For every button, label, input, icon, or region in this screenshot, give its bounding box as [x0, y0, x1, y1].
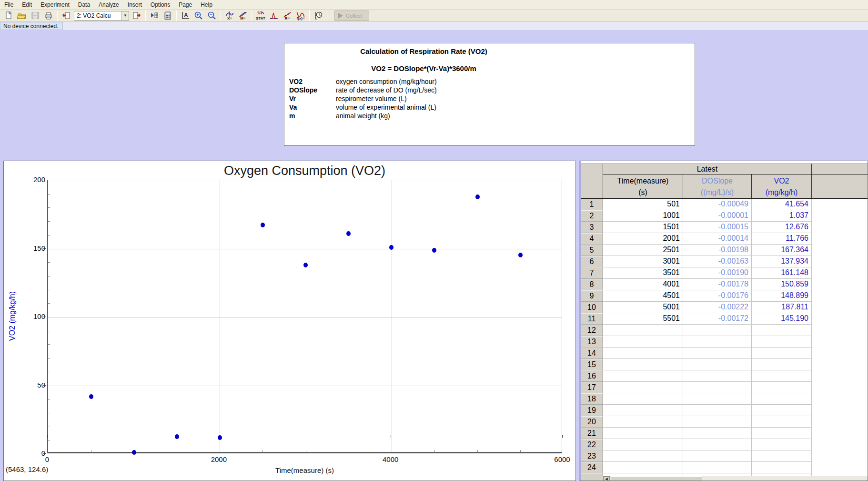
- cell-doslope[interactable]: [683, 405, 752, 416]
- cell-doslope[interactable]: [683, 348, 752, 359]
- cell-vo2[interactable]: [752, 370, 812, 382]
- cell-vo2[interactable]: [752, 439, 812, 450]
- cell-vo2[interactable]: [752, 416, 812, 428]
- cell-doslope[interactable]: [683, 416, 752, 428]
- column-header-time[interactable]: Time(measure)(s): [603, 174, 683, 199]
- cell-vo2[interactable]: [752, 393, 812, 405]
- column-header-vo2[interactable]: VO2(mg/kg/h): [752, 174, 812, 199]
- cell-doslope[interactable]: [683, 428, 752, 439]
- scroll-left-arrow-icon[interactable]: ◀: [603, 476, 610, 481]
- menu-options[interactable]: Options: [146, 0, 174, 9]
- menu-edit[interactable]: Edit: [18, 0, 36, 9]
- cell-time[interactable]: [603, 428, 683, 439]
- cell-doslope[interactable]: -0.00049: [683, 199, 752, 210]
- cell-vo2[interactable]: [752, 462, 812, 473]
- cell-vo2[interactable]: [752, 359, 812, 370]
- cell-vo2[interactable]: 187.811: [752, 302, 812, 313]
- data-collection-button[interactable]: [312, 10, 324, 21]
- cell-time[interactable]: [603, 336, 683, 348]
- calculator-button[interactable]: [161, 10, 174, 21]
- cell-time[interactable]: [603, 405, 683, 416]
- cell-doslope[interactable]: [683, 382, 752, 393]
- cell-doslope[interactable]: [683, 370, 752, 382]
- cell-doslope[interactable]: [683, 336, 752, 348]
- cell-doslope[interactable]: -0.00172: [683, 313, 752, 325]
- cell-vo2[interactable]: [752, 450, 812, 462]
- cell-vo2[interactable]: 150.859: [752, 279, 812, 290]
- cell-time[interactable]: [603, 450, 683, 462]
- cell-vo2[interactable]: [752, 428, 812, 439]
- cell-doslope[interactable]: -0.00015: [683, 222, 752, 233]
- plot-area[interactable]: [47, 180, 562, 453]
- cell-doslope[interactable]: -0.00001: [683, 210, 752, 222]
- cell-time[interactable]: [603, 439, 683, 450]
- cell-time[interactable]: [603, 462, 683, 473]
- cell-time[interactable]: [603, 348, 683, 359]
- menu-experiment[interactable]: Experiment: [36, 0, 74, 9]
- formula-text-box[interactable]: Calculation of Respiration Rate (VO2) VO…: [284, 43, 695, 146]
- cell-vo2[interactable]: [752, 348, 812, 359]
- cell-vo2[interactable]: 161.148: [752, 267, 812, 279]
- menu-page[interactable]: Page: [174, 0, 196, 9]
- cell-doslope[interactable]: [683, 439, 752, 450]
- cell-time[interactable]: [603, 359, 683, 370]
- menu-analyze[interactable]: Analyze: [94, 0, 123, 9]
- cell-time[interactable]: 1001: [603, 210, 683, 222]
- cell-doslope[interactable]: [683, 450, 752, 462]
- cell-doslope[interactable]: -0.00163: [683, 256, 752, 267]
- tangent-button[interactable]: M=: [237, 10, 249, 21]
- cell-doslope[interactable]: [683, 325, 752, 336]
- cell-doslope[interactable]: -0.00190: [683, 267, 752, 279]
- cell-time[interactable]: [603, 416, 683, 428]
- scrollbar-thumb[interactable]: [611, 476, 702, 481]
- menu-data[interactable]: Data: [74, 0, 94, 9]
- menu-insert[interactable]: Insert: [123, 0, 146, 9]
- cell-vo2[interactable]: 11.766: [752, 233, 812, 245]
- cell-doslope[interactable]: -0.00176: [683, 290, 752, 302]
- cell-doslope[interactable]: [683, 359, 752, 370]
- menu-file[interactable]: File: [0, 0, 18, 9]
- cell-doslope[interactable]: -0.00178: [683, 279, 752, 290]
- previous-page-button[interactable]: [60, 10, 72, 21]
- collect-button[interactable]: Collect: [334, 10, 369, 21]
- next-page-button[interactable]: [131, 10, 143, 21]
- cell-time[interactable]: 2501: [603, 245, 683, 256]
- cell-vo2[interactable]: 12.676: [752, 222, 812, 233]
- page-selector-dropdown[interactable]: 2: VO2 Calcu▼: [74, 11, 129, 20]
- cell-time[interactable]: 501: [603, 199, 683, 210]
- cell-time[interactable]: 5501: [603, 313, 683, 325]
- integral-button[interactable]: [268, 10, 280, 21]
- cell-time[interactable]: 3501: [603, 267, 683, 279]
- cell-vo2[interactable]: 41.654: [752, 199, 812, 210]
- cell-vo2[interactable]: 1.037: [752, 210, 812, 222]
- cell-vo2[interactable]: [752, 382, 812, 393]
- y-axis-label[interactable]: VO2 (mg/kg/h): [8, 278, 17, 354]
- cell-time[interactable]: [603, 393, 683, 405]
- cell-time[interactable]: [603, 325, 683, 336]
- autoscale-button[interactable]: A: [179, 10, 192, 21]
- cell-vo2[interactable]: 148.899: [752, 290, 812, 302]
- cell-vo2[interactable]: [752, 336, 812, 348]
- cell-doslope[interactable]: -0.00222: [683, 302, 752, 313]
- cell-time[interactable]: 5001: [603, 302, 683, 313]
- curve-fit-button[interactable]: f(x)=: [294, 10, 307, 21]
- save-file-button[interactable]: [29, 10, 41, 21]
- linear-fit-button[interactable]: R=: [281, 10, 293, 21]
- cell-vo2[interactable]: 145.190: [752, 313, 812, 325]
- cell-vo2[interactable]: 167.364: [752, 245, 812, 256]
- zoom-out-button[interactable]: [206, 10, 218, 21]
- cell-vo2[interactable]: 137.934: [752, 256, 812, 267]
- cell-time[interactable]: 3001: [603, 256, 683, 267]
- examine-button[interactable]: X=: [223, 10, 236, 21]
- cell-time[interactable]: 4001: [603, 279, 683, 290]
- cell-doslope[interactable]: [683, 393, 752, 405]
- menu-help[interactable]: Help: [196, 0, 217, 9]
- new-file-button[interactable]: [2, 10, 15, 21]
- cell-vo2[interactable]: [752, 405, 812, 416]
- print-button[interactable]: [42, 10, 55, 21]
- cell-time[interactable]: 1501: [603, 222, 683, 233]
- cell-time[interactable]: [603, 370, 683, 382]
- open-file-button[interactable]: [16, 10, 28, 21]
- cell-time[interactable]: 4501: [603, 290, 683, 302]
- statistics-button[interactable]: 1/2STAT: [254, 10, 267, 21]
